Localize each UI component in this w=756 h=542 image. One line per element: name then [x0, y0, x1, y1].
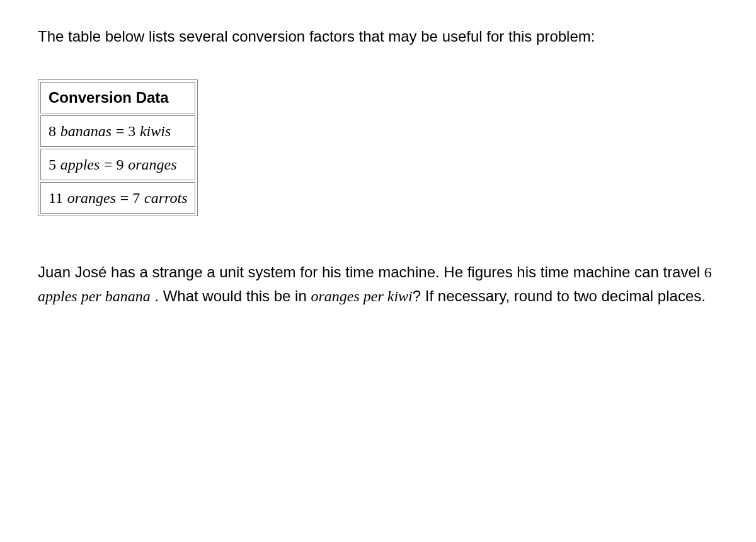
table-header: Conversion Data: [40, 82, 195, 113]
table-row: 5 apples = 9 oranges: [40, 149, 195, 180]
table-row: 8 bananas = 3 kiwis: [40, 115, 195, 147]
left-num: 11: [49, 190, 63, 206]
left-unit: oranges: [67, 190, 116, 206]
right-num: 7: [132, 190, 140, 206]
left-unit: bananas: [60, 123, 112, 139]
left-num: 5: [49, 156, 56, 173]
conversion-cell: 11 oranges = 7 carrots: [40, 182, 195, 214]
right-num: 9: [117, 156, 124, 173]
right-unit: kiwis: [140, 123, 171, 139]
rate-num: 6: [704, 264, 712, 280]
target-unit: oranges per kiwi: [311, 288, 412, 304]
question-part2: . What would this be in: [151, 287, 311, 304]
rate-unit: apples per banana: [38, 288, 151, 304]
conversion-cell: 5 apples = 9 oranges: [40, 149, 195, 180]
left-num: 8: [49, 123, 56, 139]
right-unit: carrots: [144, 190, 187, 206]
table-row: 11 oranges = 7 carrots: [40, 182, 195, 214]
equals-sign: =: [104, 156, 117, 173]
right-unit: oranges: [128, 156, 176, 173]
left-unit: apples: [60, 156, 100, 173]
right-num: 3: [128, 123, 135, 139]
equals-sign: =: [120, 190, 133, 206]
question-text: Juan José has a strange a unit system fo…: [38, 260, 718, 308]
intro-text: The table below lists several conversion…: [38, 25, 718, 48]
conversion-table-wrap: Conversion Data 8 bananas = 3 kiwis 5 ap…: [38, 79, 718, 216]
conversion-cell: 8 bananas = 3 kiwis: [40, 115, 195, 147]
question-part1: Juan José has a strange a unit system fo…: [38, 263, 704, 280]
conversion-table: Conversion Data 8 bananas = 3 kiwis 5 ap…: [38, 79, 198, 216]
equals-sign: =: [116, 123, 129, 139]
question-part3: ? If necessary, round to two decimal pla…: [413, 287, 706, 304]
